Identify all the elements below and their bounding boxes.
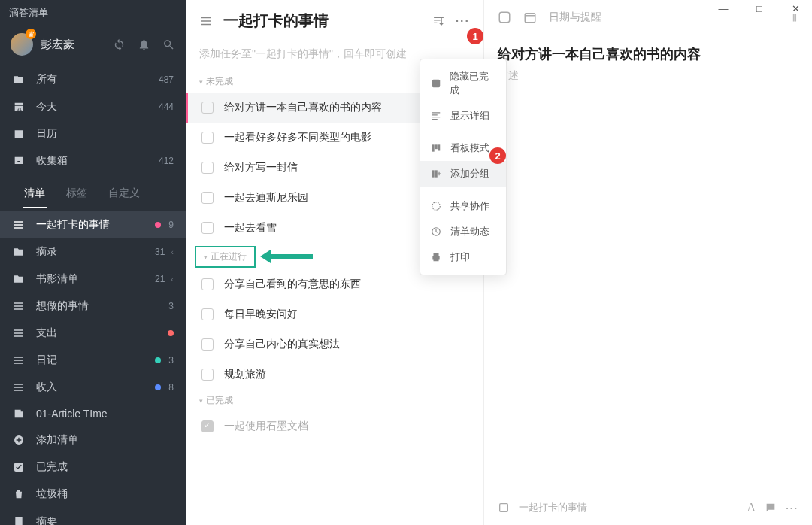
list-count: 3 [168,301,174,311]
list-label: 一起打卡的事情 [36,218,110,232]
tab-tag[interactable]: 标签 [56,181,98,208]
search-icon[interactable] [162,38,175,51]
detail-checkbox[interactable] [498,11,511,24]
task-checkbox[interactable] [201,222,214,234]
menu-add-group[interactable]: 添加分组 [420,161,506,187]
menu-activity[interactable]: 清单动态 [420,219,506,244]
minimize-button[interactable]: — [713,3,734,14]
task-checkbox[interactable] [201,369,214,381]
user-row[interactable]: 彭宏豪 [0,26,186,66]
detail-description[interactable]: 描述 [498,69,798,83]
breadcrumb[interactable]: 一起打卡的事情 [519,501,587,514]
list-item[interactable]: 书影清单 21 ‹ [0,266,186,293]
bell-icon[interactable] [138,38,150,51]
tab-list[interactable]: 清单 [14,181,56,208]
folder-icon [12,74,26,86]
section-done[interactable]: 已完成 [186,390,483,411]
hide-icon [431,78,442,89]
close-button[interactable]: ✕ [785,3,806,14]
menu-show-detail[interactable]: 显示详细 [420,103,506,129]
list-label: 想做的事情 [36,299,89,313]
nav-label: 垃圾桶 [36,487,68,501]
task-row[interactable]: 每日早晚安问好 [186,299,483,329]
menu-label: 添加分组 [450,167,489,181]
annotation-badge-2: 2 [489,147,506,164]
nav-count: 412 [159,156,174,166]
menu-print[interactable]: 打印 [420,244,506,270]
list-item[interactable]: 支出 [0,320,186,347]
menu-label: 打印 [450,250,470,264]
more-icon[interactable]: ··· [456,14,470,28]
sort-icon[interactable] [432,14,445,27]
nav-trash[interactable]: 垃圾桶 [0,481,186,508]
svg-point-13 [432,202,441,211]
task-text: 一起去看雪 [224,221,277,235]
nav-calendar[interactable]: 日历 [0,120,186,147]
arrow-annotation [269,254,313,259]
list-item[interactable]: 想做的事情 3 [0,293,186,320]
task-checkbox[interactable] [201,308,214,320]
add-task-input[interactable] [199,47,470,59]
nav-label: 摘要 [36,515,57,525]
inbox-icon [12,155,26,167]
svg-rect-3 [15,517,22,525]
task-row[interactable]: 一起使用石墨文档 [186,411,483,442]
menu-share[interactable]: 共享协作 [420,193,506,219]
color-dot [155,384,161,390]
annotation-badge-1: 1 [467,28,483,44]
list-label: 支出 [36,326,57,340]
check-icon [12,461,26,473]
list-item[interactable]: 收入 8 [0,374,186,401]
task-text: 给对方写一封信 [224,161,298,174]
task-text: 一起使用石墨文档 [224,420,308,433]
date-label[interactable]: 日期与提醒 [549,11,601,24]
list-icon [12,354,26,366]
list-label: 添加清单 [36,433,78,447]
task-checkbox[interactable] [201,132,214,144]
sync-icon[interactable] [113,38,126,51]
task-row[interactable]: 分享自己内心的真实想法 [186,329,483,360]
nav-count: 444 [159,102,174,112]
svg-rect-9 [435,144,438,149]
list-label: 01-Article TIme [36,408,108,420]
group-icon [431,168,443,179]
svg-rect-5 [525,14,535,23]
task-checkbox[interactable] [201,278,214,290]
task-checkbox[interactable] [201,192,214,204]
task-checkbox[interactable] [201,338,214,351]
task-row[interactable]: 规划旅游 [186,360,483,390]
folder-icon [12,246,26,258]
text-format-icon[interactable]: A [747,501,756,514]
menu-icon[interactable] [199,14,213,28]
calendar-icon[interactable] [523,11,537,24]
task-checkbox[interactable] [201,162,214,174]
menu-label: 显示详细 [450,109,489,123]
nav-today[interactable]: 31 今天 444 [0,93,186,120]
nav-all[interactable]: 所有 487 [0,66,186,93]
nav-completed[interactable]: 已完成 [0,454,186,481]
username: 彭宏豪 [41,38,74,52]
task-checkbox[interactable] [201,420,214,432]
nav-inbox[interactable]: 收集箱 412 [0,147,186,174]
list-label: 摘录 [36,245,57,259]
nav-summary[interactable]: 摘要 [0,508,186,525]
list-item[interactable]: 01-Article TIme [0,401,186,426]
add-list-button[interactable]: 添加清单 [0,426,186,454]
list-count: 21 [155,274,165,284]
comment-icon[interactable] [765,502,777,514]
detail-title[interactable]: 给对方讲一本自己喜欢的书的内容 [498,45,798,63]
section-inprogress[interactable]: 正在进行 [195,246,256,268]
svg-rect-10 [438,144,440,150]
list-item[interactable]: 日记 3 [0,347,186,374]
calendar-today-icon: 31 [12,101,26,113]
svg-rect-8 [432,144,435,151]
svg-rect-6 [500,504,508,512]
menu-hide-done[interactable]: 隐藏已完成 [420,64,506,103]
more-icon[interactable]: ··· [786,502,798,514]
maximize-button[interactable]: □ [749,3,770,14]
list-link-icon[interactable] [498,502,510,514]
tab-custom[interactable]: 自定义 [98,181,150,208]
task-checkbox[interactable] [201,102,214,114]
list-item[interactable]: 摘录 31 ‹ [0,238,186,266]
list-item-active[interactable]: 一起打卡的事情 9 [0,211,186,238]
